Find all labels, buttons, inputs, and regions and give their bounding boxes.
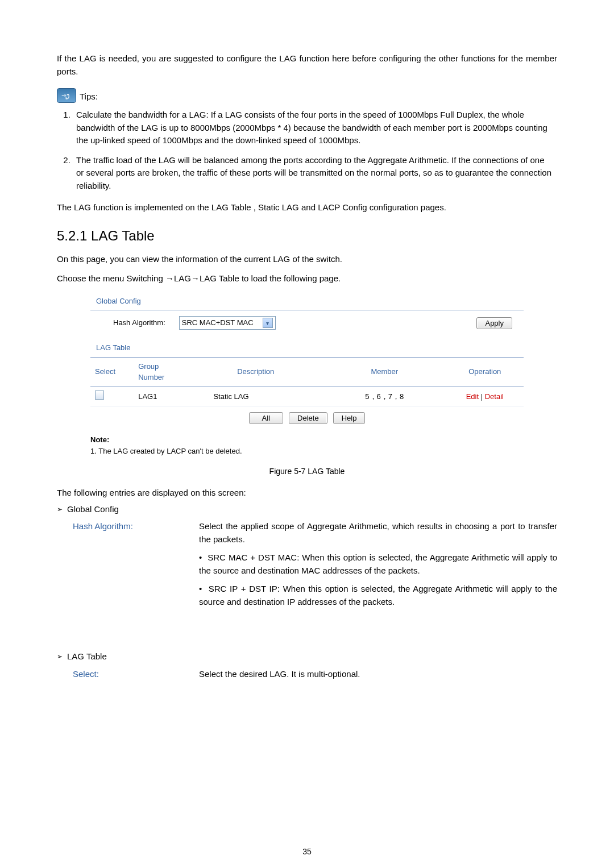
table-row: LAG1 Static LAG 5，6，7，8 Edit | Detail: [90, 387, 524, 406]
lag-table-bullet: ➢ LAG Table: [57, 650, 557, 663]
section-heading: 5.2.1 LAG Table: [57, 226, 557, 246]
col-group: Group Number: [138, 362, 164, 382]
lag-table: Select Group Number Description Member O…: [90, 358, 524, 407]
chevron-down-icon: ▾: [263, 318, 273, 328]
tips-label: Tips:: [80, 90, 98, 103]
figure-caption: Figure 5-7 LAG Table: [57, 466, 557, 477]
hash-body: Select the applied scope of Aggregate Ar…: [199, 520, 557, 546]
row-select-checkbox[interactable]: [95, 391, 104, 400]
config-panel: Global Config Hash Algorithm: SRC MAC+DS…: [90, 292, 524, 457]
select-body: Select the desired LAG. It is multi-opti…: [199, 668, 557, 681]
hash-bullet-2: SRC IP + DST IP: When this option is sel…: [199, 584, 557, 607]
following-entries-paragraph: The following entries are displayed on t…: [57, 487, 557, 500]
apply-button[interactable]: Apply: [476, 317, 512, 329]
arrow-icon: ➢: [57, 651, 63, 662]
help-button[interactable]: Help: [333, 412, 366, 424]
col-description: Description: [237, 367, 274, 376]
tips-heading-row: Tips:: [57, 88, 557, 103]
definition-select: Select: Select the desired LAG. It is mu…: [57, 668, 557, 681]
hash-algorithm-select[interactable]: SRC MAC+DST MAC ▾: [179, 316, 276, 330]
row-detail-link[interactable]: Detail: [485, 392, 504, 401]
hash-algorithm-label: Hash Algorithm:: [113, 317, 165, 329]
lag-table-label: LAG Table: [67, 650, 107, 663]
row-description: Static LAG: [213, 392, 248, 401]
row-group: LAG1: [138, 392, 157, 401]
tip-1-text: Calculate the bandwidth for a LAG: If a …: [76, 110, 547, 145]
intro-paragraph: If the LAG is needed, you are suggested …: [57, 52, 557, 78]
hash-bullet-1: SRC MAC + DST MAC: When this option is s…: [199, 553, 557, 575]
delete-button[interactable]: Delete: [289, 412, 327, 424]
row-member: 5，6，7，8: [365, 392, 404, 401]
page-root: If the LAG is needed, you are suggested …: [0, 0, 614, 868]
global-config-bullet: ➢ Global Config: [57, 503, 557, 516]
choose-menu-paragraph: Choose the menu Switching →LAG→LAG Table…: [57, 272, 557, 285]
tips-ordered-list: Calculate the bandwidth for a LAG: If a …: [57, 106, 557, 194]
lag-table-section-title: LAG Table: [90, 339, 524, 358]
note-body: 1. The LAG created by LACP can't be dele…: [90, 446, 524, 457]
col-operation: Operation: [468, 367, 501, 376]
select-term: Select:: [57, 668, 199, 681]
definition-hash: Hash Algorithm: Select the applied scope…: [57, 520, 557, 608]
hash-term: Hash Algorithm:: [57, 520, 199, 533]
tip-2-text: The traffic load of the LAG will be bala…: [76, 155, 551, 190]
all-button[interactable]: All: [249, 412, 283, 424]
table-button-row: All Delete Help: [90, 406, 524, 427]
col-select: Select: [95, 367, 115, 376]
arrow-icon: ➢: [57, 504, 63, 514]
col-member: Member: [371, 367, 398, 376]
global-config-section-title: Global Config: [90, 292, 524, 311]
note-block: Note: 1. The LAG created by LACP can't b…: [90, 434, 524, 456]
global-config-label: Global Config: [67, 503, 119, 516]
lag-impl-paragraph: The LAG function is implemented on the L…: [57, 201, 557, 214]
hash-algorithm-row: Hash Algorithm: SRC MAC+DST MAC ▾ Apply: [90, 310, 524, 339]
note-title: Note:: [90, 434, 524, 446]
hash-algorithm-value: SRC MAC+DST MAC: [182, 317, 254, 329]
tips-hand-icon: [57, 88, 76, 103]
row-edit-link[interactable]: Edit: [466, 392, 479, 401]
page-number: 35: [0, 846, 614, 858]
on-this-page-paragraph: On this page, you can view the informati…: [57, 253, 557, 266]
